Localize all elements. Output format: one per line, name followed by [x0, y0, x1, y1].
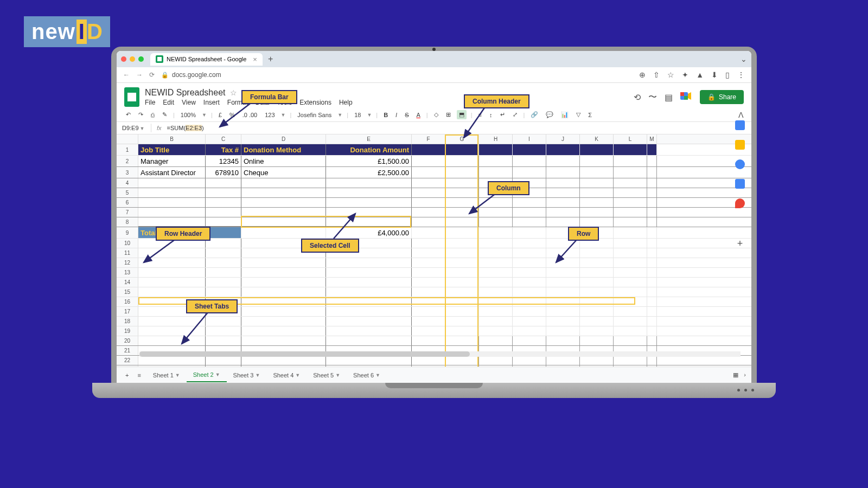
cell-G2[interactable] — [445, 156, 479, 166]
cell-H9[interactable] — [479, 227, 513, 238]
cell-C20[interactable] — [206, 336, 241, 345]
extensions-icon[interactable]: ✦ — [682, 70, 688, 79]
merge-button[interactable]: ⬒ — [457, 110, 467, 119]
cell-H6[interactable] — [479, 198, 513, 207]
star-icon[interactable]: ☆ — [230, 88, 237, 97]
cell-J15[interactable] — [546, 287, 580, 297]
col-header-l[interactable]: L — [614, 134, 647, 144]
cell-F2[interactable] — [412, 156, 445, 166]
cell-K18[interactable] — [580, 317, 614, 326]
cell-M18[interactable] — [647, 317, 657, 326]
cell-L5[interactable] — [614, 188, 647, 197]
cell-M12[interactable] — [647, 258, 657, 267]
cell-F7[interactable] — [412, 208, 445, 217]
cell-M20[interactable] — [647, 336, 657, 345]
cell-G1[interactable] — [445, 144, 479, 155]
download-icon[interactable]: ⬇ — [711, 70, 718, 79]
cell-J17[interactable] — [546, 307, 580, 316]
cell-M6[interactable] — [647, 198, 657, 207]
cell-F11[interactable] — [412, 248, 445, 258]
h-align-button[interactable]: ≡ — [477, 111, 483, 119]
cell-C10[interactable] — [206, 239, 241, 248]
cell-D4[interactable] — [241, 178, 326, 188]
cell-L14[interactable] — [614, 278, 647, 287]
cell-L9[interactable] — [614, 227, 647, 238]
meet-icon[interactable] — [680, 92, 692, 102]
cell-C12[interactable] — [206, 258, 241, 267]
cell-J14[interactable] — [546, 278, 580, 287]
sheet-tab-1[interactable]: Sheet 1 ▼ — [146, 368, 187, 382]
cell-C4[interactable] — [206, 178, 241, 188]
cell-H2[interactable] — [479, 156, 513, 166]
back-button[interactable]: ← — [123, 71, 130, 79]
num-format-button[interactable]: 123 — [263, 111, 276, 119]
horizontal-scrollbar[interactable] — [139, 351, 741, 357]
url-field[interactable]: 🔒 docs.google.com — [161, 71, 633, 79]
cell-C13[interactable] — [206, 268, 241, 277]
cell-H18[interactable] — [479, 317, 513, 326]
cell-D5[interactable] — [241, 188, 326, 197]
cell-B7[interactable] — [138, 208, 206, 217]
cell-D13[interactable] — [241, 268, 326, 277]
cell-D7[interactable] — [241, 208, 326, 217]
cell-M3[interactable] — [647, 167, 657, 178]
cell-M9[interactable] — [647, 227, 657, 238]
cell-E17[interactable] — [326, 307, 412, 316]
link-button[interactable]: 🔗 — [529, 110, 540, 119]
cell-J20[interactable] — [546, 336, 580, 345]
zoom-select[interactable]: 100% — [179, 111, 197, 119]
bold-button[interactable]: B — [382, 111, 390, 119]
calendar-icon[interactable] — [735, 120, 745, 130]
paint-format-icon[interactable]: ✎ — [161, 110, 169, 119]
cell-F20[interactable] — [412, 336, 445, 345]
wrap-button[interactable]: ↵ — [499, 110, 507, 119]
col-header-c[interactable]: C — [206, 134, 241, 144]
cell-L6[interactable] — [614, 198, 647, 207]
cell-E9[interactable]: £4,000.00 — [326, 227, 412, 238]
text-color-button[interactable]: A — [415, 111, 422, 119]
cell-I22[interactable] — [513, 356, 546, 365]
cell-B6[interactable] — [138, 198, 206, 207]
cell-H19[interactable] — [479, 326, 513, 336]
cell-K14[interactable] — [580, 278, 614, 287]
share-button[interactable]: 🔒 Share — [700, 90, 744, 104]
insights-icon[interactable]: 〜 — [648, 92, 657, 103]
cell-C22[interactable] — [206, 356, 241, 365]
row-header-18[interactable]: 18 — [117, 317, 138, 326]
formula-input[interactable]: =SUM(E2:E3) — [167, 125, 204, 131]
cell-D9[interactable] — [241, 227, 326, 238]
sheet-tab-5[interactable]: Sheet 5 ▼ — [307, 368, 347, 382]
cell-K6[interactable] — [580, 198, 614, 207]
cell-I9[interactable] — [513, 227, 546, 238]
cell-G5[interactable] — [445, 188, 479, 197]
menu-edit[interactable]: Edit — [163, 99, 174, 106]
cell-I7[interactable] — [513, 208, 546, 217]
row-header-22[interactable]: 22 — [117, 356, 138, 365]
cell-E16[interactable] — [326, 297, 412, 306]
row-header-2[interactable]: 2 — [117, 156, 138, 166]
cell-M19[interactable] — [647, 326, 657, 336]
cell-K1[interactable] — [580, 144, 614, 155]
cell-E2[interactable]: £1,500.00 — [326, 156, 412, 166]
cell-C9[interactable] — [206, 227, 241, 238]
cell-G9[interactable] — [445, 227, 479, 238]
add-panel-icon[interactable]: + — [735, 239, 745, 248]
cell-D22[interactable] — [241, 356, 326, 365]
cell-E19[interactable] — [326, 326, 412, 336]
cell-B19[interactable] — [138, 326, 206, 336]
cell-B18[interactable] — [138, 317, 206, 326]
row-header-1[interactable]: 1 — [117, 144, 138, 155]
row-header-20[interactable]: 20 — [117, 336, 138, 345]
column-headers[interactable]: B C D E F G H I J K L M — [117, 134, 751, 144]
cell-B2[interactable]: Manager — [138, 156, 206, 166]
menu-icon[interactable]: ⋮ — [737, 70, 745, 79]
cell-G19[interactable] — [445, 326, 479, 336]
currency-button[interactable]: £ — [217, 111, 224, 119]
cell-K7[interactable] — [580, 208, 614, 217]
cell-L16[interactable] — [614, 297, 647, 306]
cell-M15[interactable] — [647, 287, 657, 297]
row-header-16[interactable]: 16 — [117, 297, 138, 306]
col-header-j[interactable]: J — [546, 134, 580, 144]
cell-J6[interactable] — [546, 198, 580, 207]
cell-D19[interactable] — [241, 326, 326, 336]
